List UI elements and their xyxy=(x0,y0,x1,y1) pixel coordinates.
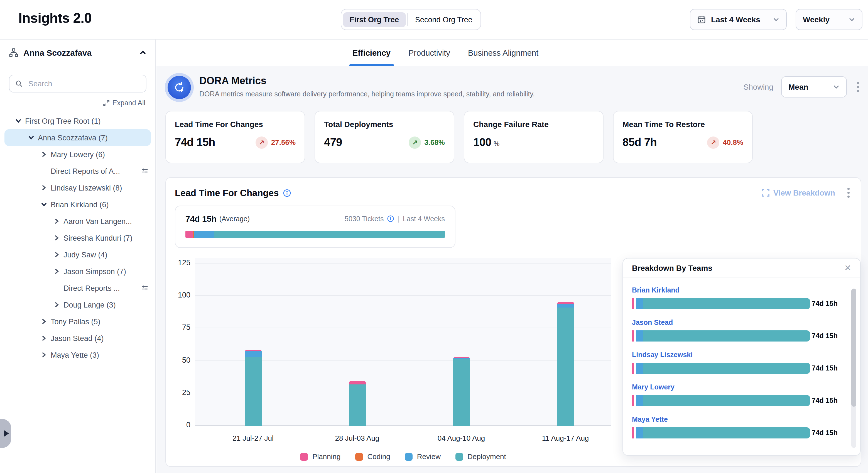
tree-item[interactable]: Aaron Van Langen... xyxy=(0,213,155,230)
metric-title: Mean Time To Restore xyxy=(622,120,743,129)
gridline xyxy=(195,295,611,296)
search-input[interactable] xyxy=(27,79,140,88)
chevron-right-icon[interactable] xyxy=(39,317,49,326)
date-range-select[interactable]: Last 4 Weeks xyxy=(690,9,787,30)
info-icon[interactable] xyxy=(387,215,394,222)
breakdown-by-teams-panel: Breakdown By Teams ✕ Brian Kirkland74d 1… xyxy=(622,258,861,456)
x-axis-label: 11 Aug-17 Aug xyxy=(526,434,604,442)
chevron-down-icon[interactable] xyxy=(14,116,23,125)
tree-item-label: Direct Reports ... xyxy=(63,284,120,292)
chevron-right-icon[interactable] xyxy=(52,217,61,226)
bar-segment-planning xyxy=(557,302,574,304)
page-title: Insights 2.0 xyxy=(19,10,92,26)
team-name-link[interactable]: Mary Lowery xyxy=(632,383,839,391)
tree-item[interactable]: Tony Pallas (5) xyxy=(0,313,155,330)
team-stacked-bar xyxy=(632,330,810,342)
legend-swatch xyxy=(455,453,463,461)
x-axis-label: 21 Jul-27 Jul xyxy=(214,434,292,442)
tickets-count: 5030 Tickets xyxy=(345,215,383,223)
tree-item[interactable]: Maya Yette (3) xyxy=(0,347,155,363)
bar-segment-planning xyxy=(632,298,634,309)
bar-segment-deployment xyxy=(643,298,810,309)
chevron-right-icon[interactable] xyxy=(39,334,49,343)
team-name-link[interactable]: Lindsay Liszewski xyxy=(632,351,839,359)
org-tree-option[interactable]: First Org Tree xyxy=(343,12,406,27)
bar-segment-deployment xyxy=(643,363,810,374)
metric-value: 85d 7h xyxy=(622,136,657,149)
team-name-link[interactable]: Maya Yette xyxy=(632,416,839,423)
chevron-right-icon[interactable] xyxy=(52,300,61,309)
aggregation-select[interactable]: Mean xyxy=(781,76,847,97)
date-range-value: Last 4 Weeks xyxy=(711,15,768,24)
org-chart-icon xyxy=(9,48,19,57)
tab-productivity[interactable]: Productivity xyxy=(405,39,454,66)
average-period: Last 4 Weeks xyxy=(403,215,445,223)
chevron-right-icon[interactable] xyxy=(39,183,49,192)
tree-item[interactable]: Lindsay Liszewski (8) xyxy=(0,179,155,196)
legend-label: Coding xyxy=(367,452,390,461)
filter-sliders-icon[interactable] xyxy=(141,284,149,292)
chevron-right-icon[interactable] xyxy=(39,150,49,159)
view-breakdown-button[interactable]: View Breakdown xyxy=(762,188,835,197)
dora-header: DORA Metrics DORA metrics measure softwa… xyxy=(165,75,861,99)
tab-efficiency[interactable]: Efficiency xyxy=(349,39,394,66)
close-icon[interactable]: ✕ xyxy=(844,264,851,272)
org-tree-option[interactable]: Second Org Tree xyxy=(408,12,479,27)
chevron-right-icon[interactable] xyxy=(52,267,61,276)
granularity-value: Weekly xyxy=(803,15,843,24)
tree-item[interactable]: Jason Stead (4) xyxy=(0,330,155,347)
legend-item-planning[interactable]: Planning xyxy=(300,452,340,461)
chevron-right-icon[interactable] xyxy=(52,250,61,259)
metric-card: Lead Time For Changes74d 15h↗27.56% xyxy=(165,111,305,163)
legend-item-coding[interactable]: Coding xyxy=(355,452,390,461)
granularity-select[interactable]: Weekly xyxy=(796,9,862,30)
tree-item-label: Aaron Van Langen... xyxy=(63,217,132,225)
sidebar-search xyxy=(9,75,147,92)
bar-segment-review xyxy=(636,330,643,342)
sidebar-user-name: Anna Scozzafava xyxy=(23,48,92,57)
stacked-bar xyxy=(349,381,366,426)
tree-item[interactable]: First Org Tree Root (1) xyxy=(0,113,155,129)
tree-item[interactable]: Sireesha Kunduri (7) xyxy=(0,230,155,246)
tree-item-label: Maya Yette (3) xyxy=(51,351,99,359)
chevron-right-icon[interactable] xyxy=(39,350,49,359)
team-name-link[interactable]: Jason Stead xyxy=(632,319,839,326)
scrollbar-thumb[interactable] xyxy=(851,289,856,407)
legend-item-review[interactable]: Review xyxy=(405,452,441,461)
team-name-link[interactable]: Brian Kirkland xyxy=(632,286,839,294)
team-value: 74d 15h xyxy=(812,300,838,307)
sidebar-collapse-chevron[interactable] xyxy=(139,49,147,56)
chevron-down-icon[interactable] xyxy=(39,200,49,209)
legend-item-deployment[interactable]: Deployment xyxy=(455,452,506,461)
bar-segment-deployment xyxy=(245,357,261,426)
expand-all-button[interactable]: Expand All xyxy=(0,99,145,107)
tree-item[interactable]: Direct Reports ... xyxy=(0,280,155,296)
bar-segment-deployment xyxy=(557,307,574,426)
tree-item[interactable]: Jason Simpson (7) xyxy=(0,263,155,280)
chevron-right-icon[interactable] xyxy=(52,233,61,242)
metric-title: Change Failure Rate xyxy=(473,120,594,129)
tree-item[interactable]: Direct Reports of A... xyxy=(0,163,155,179)
metric-card: Change Failure Rate100% xyxy=(464,111,603,163)
tree-item[interactable]: Brian Kirkland (6) xyxy=(0,196,155,213)
scrollbar-track[interactable] xyxy=(851,289,856,448)
gridline xyxy=(195,263,611,264)
content-area: DORA Metrics DORA metrics measure softwa… xyxy=(156,66,868,473)
stacked-bar-chart xyxy=(195,258,611,426)
lead-time-title: Lead Time For Changes xyxy=(175,187,279,198)
tree-item[interactable]: Mary Lowery (6) xyxy=(0,146,155,163)
lead-time-kebab-menu[interactable] xyxy=(845,185,852,200)
tree-item[interactable]: Doug Lange (3) xyxy=(0,296,155,313)
team-stacked-bar xyxy=(632,363,810,374)
sidebar-expand-handle[interactable] xyxy=(0,419,11,448)
tree-item[interactable]: Judy Saw (4) xyxy=(0,246,155,263)
bar-segment-deployment xyxy=(643,330,810,342)
info-icon[interactable] xyxy=(283,188,291,197)
dora-kebab-menu[interactable] xyxy=(855,80,861,94)
filter-sliders-icon[interactable] xyxy=(141,167,149,175)
tab-business-alignment[interactable]: Business Alignment xyxy=(465,39,542,66)
breakdown-panel-title: Breakdown By Teams xyxy=(632,263,712,272)
chevron-down-icon[interactable] xyxy=(27,133,36,142)
tree-item[interactable]: Anna Scozzafava (7) xyxy=(4,129,151,146)
tree-item-label: Jason Stead (4) xyxy=(51,334,104,342)
